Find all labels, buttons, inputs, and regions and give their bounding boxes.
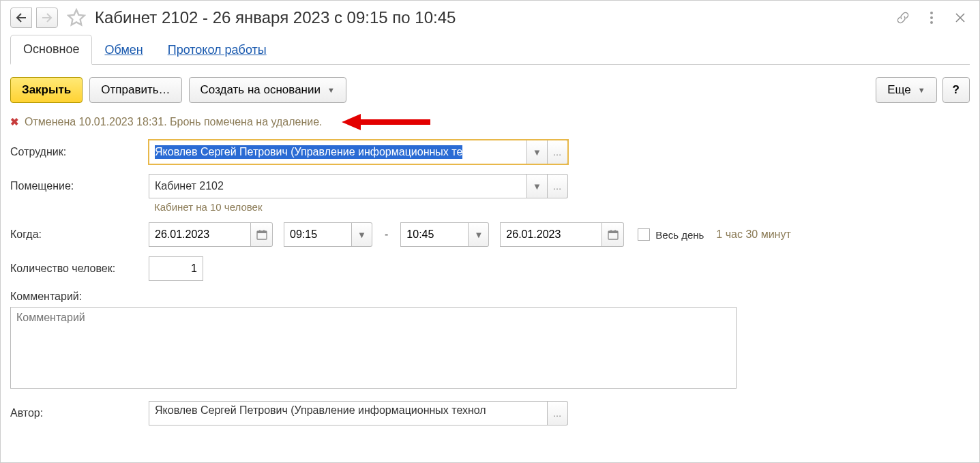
tab-protocol[interactable]: Протокол работы bbox=[155, 36, 279, 64]
kebab-icon bbox=[930, 12, 933, 24]
chevron-down-icon: ▼ bbox=[533, 181, 541, 192]
room-field[interactable]: Кабинет 2102 bbox=[149, 174, 527, 198]
date-to-picker-button[interactable] bbox=[602, 222, 624, 247]
close-window-button[interactable] bbox=[951, 8, 970, 27]
link-icon bbox=[895, 10, 910, 25]
date-from-picker-button[interactable] bbox=[251, 222, 273, 247]
room-dropdown-button[interactable]: ▼ bbox=[527, 174, 548, 198]
room-label: Помещение: bbox=[10, 180, 143, 192]
chevron-down-icon: ▼ bbox=[327, 86, 335, 94]
time-from-field[interactable] bbox=[284, 222, 352, 247]
favorite-button[interactable] bbox=[65, 6, 88, 29]
chevron-down-icon: ▼ bbox=[474, 230, 483, 240]
create-based-button[interactable]: Создать на основании ▼ bbox=[189, 77, 346, 103]
ellipsis-icon: … bbox=[553, 408, 563, 419]
chevron-down-icon: ▼ bbox=[357, 230, 366, 240]
date-from-field[interactable] bbox=[149, 222, 251, 247]
close-button[interactable]: Закрыть bbox=[10, 77, 83, 103]
when-label: Когда: bbox=[10, 228, 143, 241]
nav-back-button[interactable] bbox=[10, 8, 32, 28]
create-based-label: Создать на основании bbox=[201, 83, 321, 97]
svg-rect-4 bbox=[257, 231, 267, 233]
time-range-separator: - bbox=[385, 228, 388, 241]
more-button[interactable]: Еще ▼ bbox=[876, 77, 936, 103]
help-button[interactable]: ? bbox=[942, 77, 970, 103]
people-field[interactable] bbox=[149, 256, 203, 281]
comment-field[interactable] bbox=[10, 307, 737, 389]
time-to-field[interactable] bbox=[400, 222, 469, 247]
ellipsis-icon: … bbox=[553, 147, 563, 158]
svg-point-1 bbox=[930, 16, 933, 19]
room-select-button[interactable]: … bbox=[548, 174, 568, 198]
svg-rect-8 bbox=[608, 231, 618, 233]
room-hint: Кабинет на 10 человек bbox=[154, 201, 970, 213]
all-day-checkbox[interactable] bbox=[638, 228, 650, 241]
room-value: Кабинет 2102 bbox=[155, 180, 224, 192]
arrow-right-icon bbox=[42, 13, 53, 23]
comment-label: Комментарий: bbox=[10, 290, 82, 303]
employee-select-button[interactable]: … bbox=[548, 140, 568, 164]
nav-forward-button[interactable] bbox=[36, 8, 58, 28]
svg-point-2 bbox=[930, 21, 933, 24]
more-label: Еще bbox=[887, 83, 911, 97]
svg-point-0 bbox=[930, 12, 933, 14]
author-select-button[interactable]: … bbox=[548, 401, 568, 425]
star-icon bbox=[67, 8, 86, 27]
chevron-down-icon: ▼ bbox=[918, 86, 925, 94]
time-to-dropdown-button[interactable]: ▼ bbox=[469, 222, 489, 247]
author-value: Яковлев Сергей Петрович (Управление инфо… bbox=[155, 404, 486, 416]
calendar-icon bbox=[608, 229, 619, 240]
tab-exchange[interactable]: Обмен bbox=[92, 36, 155, 64]
employee-field[interactable]: Яковлев Сергей Петрович (Управление инфо… bbox=[149, 140, 527, 164]
arrow-left-red-icon bbox=[342, 113, 430, 132]
duration-text: 1 час 30 минут bbox=[716, 228, 790, 241]
chevron-down-icon: ▼ bbox=[533, 147, 541, 158]
author-label: Автор: bbox=[10, 407, 143, 419]
employee-label: Сотрудник: bbox=[10, 146, 143, 158]
time-from-dropdown-button[interactable]: ▼ bbox=[352, 222, 372, 247]
status-text: Отменена 10.01.2023 18:31. Бронь помечен… bbox=[25, 116, 323, 128]
kebab-menu-button[interactable] bbox=[922, 8, 941, 27]
date-to-field[interactable] bbox=[500, 222, 602, 247]
employee-value: Яковлев Сергей Петрович (Управление инфо… bbox=[155, 145, 462, 159]
calendar-icon bbox=[256, 229, 267, 240]
link-button[interactable] bbox=[893, 8, 912, 27]
send-button[interactable]: Отправить… bbox=[89, 77, 181, 103]
annotation-arrow bbox=[342, 113, 430, 132]
employee-dropdown-button[interactable]: ▼ bbox=[527, 140, 548, 164]
people-label: Количество человек: bbox=[10, 263, 143, 275]
author-field[interactable]: Яковлев Сергей Петрович (Управление инфо… bbox=[149, 401, 548, 425]
cancel-icon: ✖ bbox=[10, 116, 19, 128]
page-title: Кабинет 2102 - 26 января 2023 с 09:15 по… bbox=[95, 8, 456, 27]
all-day-label: Весь день bbox=[655, 229, 704, 241]
tab-main[interactable]: Основное bbox=[10, 35, 92, 65]
arrow-left-icon bbox=[16, 13, 27, 23]
close-icon bbox=[955, 13, 965, 23]
ellipsis-icon: … bbox=[553, 181, 563, 192]
